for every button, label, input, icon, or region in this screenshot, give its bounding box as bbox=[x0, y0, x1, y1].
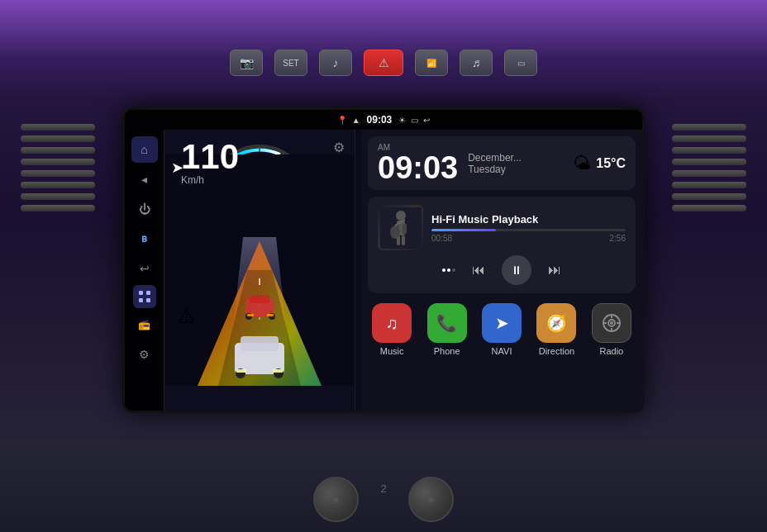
btn-emergency[interactable]: ⚠ bbox=[364, 50, 403, 76]
btn-camera[interactable]: 📷 bbox=[230, 50, 263, 76]
sidebar-bluetooth-icon[interactable]: ʙ bbox=[131, 226, 158, 252]
svg-rect-33 bbox=[402, 235, 405, 245]
vent-slat bbox=[672, 124, 746, 131]
navi-icon-circle: ➤ bbox=[482, 303, 522, 343]
music-app-icon[interactable]: ♫ Music bbox=[368, 303, 416, 356]
sidebar-back-icon[interactable]: ↩ bbox=[131, 255, 158, 282]
vent-slat bbox=[672, 170, 746, 177]
music-widget: Hi-Fi Music Playback 00:58 2:56 bbox=[368, 197, 636, 293]
vent-slat bbox=[672, 159, 746, 165]
left-control-knob[interactable]: ◉ bbox=[313, 477, 359, 522]
vent-slat bbox=[672, 205, 746, 211]
radio-label: Radio bbox=[599, 346, 623, 356]
warning-triangle-icon: ⚠ bbox=[178, 305, 196, 328]
btn-audio[interactable]: ♪ bbox=[319, 50, 352, 76]
music-icon-circle: ♫ bbox=[372, 303, 412, 343]
navigation-direction-arrow: ➤ bbox=[171, 159, 183, 177]
btn-signal[interactable]: 📶 bbox=[415, 50, 448, 76]
right-vent bbox=[664, 124, 755, 264]
vent-slat bbox=[672, 193, 746, 200]
svg-rect-0 bbox=[139, 291, 143, 295]
current-time: 00:58 bbox=[431, 234, 452, 243]
sidebar-apps-icon[interactable] bbox=[133, 285, 156, 308]
svg-rect-22 bbox=[241, 336, 279, 351]
vol-dot bbox=[447, 268, 450, 272]
vent-slat bbox=[672, 135, 746, 142]
music-top: Hi-Fi Music Playback 00:58 2:56 bbox=[378, 205, 626, 250]
date-month: December... bbox=[468, 152, 522, 164]
direction-label: Direction bbox=[539, 346, 574, 356]
bottom-dashboard: 1 2 3 ◉ ◉ bbox=[0, 441, 767, 532]
status-bar: 📍 ▲ 09:03 ☀ ▭ ↩ bbox=[125, 110, 642, 130]
status-time: 09:03 bbox=[367, 114, 393, 126]
right-panel: AM 09:03 December... Tuesday 🌤 15°C bbox=[361, 130, 642, 411]
prev-button[interactable]: ⏮ bbox=[472, 263, 485, 278]
svg-rect-1 bbox=[146, 291, 150, 295]
volume-indicator bbox=[442, 268, 455, 272]
weather-info: 🌤 15°C bbox=[573, 153, 626, 174]
music-symbol: ♫ bbox=[386, 314, 398, 333]
phone-app-icon[interactable]: 📞 Phone bbox=[422, 303, 470, 356]
svg-rect-16 bbox=[250, 295, 269, 303]
knob-left-indicator: ◉ bbox=[332, 495, 340, 504]
navi-label: NAVI bbox=[492, 346, 512, 356]
direction-symbol: 🧭 bbox=[546, 313, 567, 333]
music-time: 00:58 2:56 bbox=[431, 234, 626, 243]
sidebar-power-icon[interactable]: ⏻ bbox=[131, 196, 158, 222]
screen-content: 📍 ▲ 09:03 ☀ ▭ ↩ ⌂ ◂ ⏻ ʙ ↩ bbox=[125, 110, 642, 411]
play-pause-button[interactable]: ⏸ bbox=[502, 255, 531, 285]
next-button[interactable]: ⏭ bbox=[548, 263, 561, 278]
left-sidebar: ⌂ ◂ ⏻ ʙ ↩ 📻 ⚙ bbox=[125, 130, 164, 411]
svg-rect-26 bbox=[273, 369, 283, 373]
speed-display: 110 Km/h bbox=[181, 140, 239, 186]
wifi-icon: ▲ bbox=[352, 116, 360, 125]
radio-app-icon[interactable]: Radio bbox=[588, 303, 636, 356]
vent-slat bbox=[21, 182, 95, 188]
weather-icon: 🌤 bbox=[573, 153, 591, 174]
brightness-icon: ☀ bbox=[398, 116, 406, 125]
vent-slat bbox=[21, 170, 95, 177]
steering-controls: ◉ ◉ bbox=[280, 466, 487, 532]
location-icon: 📍 bbox=[337, 116, 347, 125]
btn-display[interactable]: ▭ bbox=[504, 50, 537, 76]
sidebar-home-icon[interactable]: ⌂ bbox=[131, 136, 158, 163]
phone-symbol: 📞 bbox=[436, 313, 457, 333]
direction-app-icon[interactable]: 🧭 Direction bbox=[532, 303, 580, 356]
nav-settings-icon[interactable]: ⚙ bbox=[333, 140, 345, 155]
svg-point-34 bbox=[390, 226, 400, 239]
svg-rect-2 bbox=[139, 298, 143, 302]
time-big: 09:03 bbox=[378, 152, 458, 183]
right-control-knob[interactable]: ◉ bbox=[408, 477, 454, 522]
music-progress-bar[interactable] bbox=[431, 229, 626, 231]
vol-dot bbox=[452, 268, 455, 272]
navi-symbol: ➤ bbox=[495, 313, 509, 333]
vent-slat bbox=[21, 147, 95, 154]
sidebar-nav-icon[interactable]: ◂ bbox=[131, 166, 158, 192]
app-icons-row: ♫ Music 📞 Phone ➤ NAVI bbox=[368, 300, 636, 359]
vent-slat bbox=[21, 193, 95, 200]
album-art bbox=[378, 205, 423, 250]
navi-app-icon[interactable]: ➤ NAVI bbox=[478, 303, 526, 356]
svg-rect-3 bbox=[146, 298, 150, 302]
knob-right-indicator: ◉ bbox=[427, 495, 435, 504]
sidebar-settings-icon[interactable]: ⚙ bbox=[131, 341, 158, 368]
date-day: Tuesday bbox=[468, 164, 522, 175]
svg-rect-19 bbox=[247, 314, 254, 316]
vent-slat bbox=[672, 147, 746, 154]
music-controls: ⏮ ⏸ ⏭ bbox=[378, 255, 626, 285]
date-info: December... Tuesday bbox=[468, 152, 522, 175]
temperature-display: 15°C bbox=[596, 156, 626, 171]
left-vent bbox=[12, 124, 103, 264]
status-left-icons: 📍 ▲ bbox=[337, 116, 360, 125]
btn-music[interactable]: ♬ bbox=[460, 50, 493, 76]
vent-slat bbox=[21, 205, 95, 211]
vent-slat bbox=[672, 182, 746, 188]
svg-point-38 bbox=[610, 321, 613, 325]
vent-slat bbox=[21, 124, 95, 131]
vent-slat bbox=[21, 159, 95, 165]
vent-slat bbox=[21, 135, 95, 142]
back-icon: ↩ bbox=[423, 116, 430, 125]
sidebar-radio-icon[interactable]: 📻 bbox=[131, 311, 158, 338]
btn-settings[interactable]: SET bbox=[274, 50, 307, 76]
time-widget: AM 09:03 December... Tuesday 🌤 15°C bbox=[368, 136, 636, 190]
